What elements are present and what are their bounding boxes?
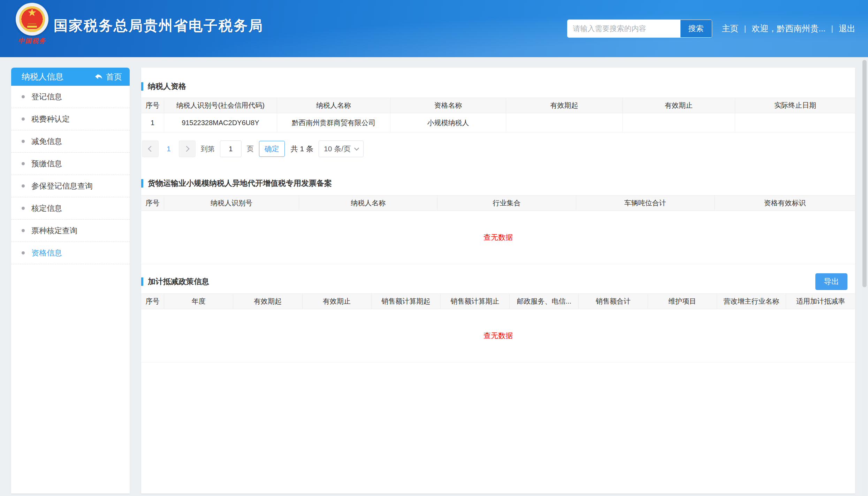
title-accent-bar xyxy=(141,179,143,188)
chevron-left-icon xyxy=(148,146,154,152)
bullet-icon xyxy=(22,184,25,188)
next-page-button[interactable] xyxy=(179,140,196,157)
section-title: 货物运输业小规模纳税人异地代开增值税专用发票备案 xyxy=(141,178,332,189)
bullet-icon xyxy=(22,140,25,143)
cell-valid-to xyxy=(622,113,735,132)
bullet-icon xyxy=(22,162,25,165)
prev-page-button[interactable] xyxy=(142,140,159,157)
chevron-down-icon xyxy=(354,146,359,151)
total-count: 共 1 条 xyxy=(291,144,313,154)
column-header: 适用加计抵减率 xyxy=(786,294,855,309)
column-header: 序号 xyxy=(141,294,164,309)
sidebar-item-invoice-type-query[interactable]: 票种核定查询 xyxy=(11,220,130,242)
table-row: 1 91522328MAC2DY6U8Y 黔西南州贵群商贸有限公司 小规模纳税人 xyxy=(141,113,855,132)
title-accent-bar xyxy=(141,82,143,91)
tax-emblem-logo: ★ 中国税务 xyxy=(12,3,52,45)
column-header: 纳税人名称 xyxy=(277,98,390,113)
top-nav: 主页 | 欢迎，黔西南州贵... | 退出 xyxy=(722,23,855,34)
sidebar-item-registration-info[interactable]: 登记信息 xyxy=(11,86,130,108)
column-header: 纳税人识别号(社会信用代码) xyxy=(164,98,277,113)
cell-taxpayer-id: 91522328MAC2DY6U8Y xyxy=(164,113,277,132)
section-title: 纳税人资格 xyxy=(141,81,186,92)
column-header: 销售额计算期止 xyxy=(440,294,509,309)
column-header: 营改增主行业名称 xyxy=(717,294,786,309)
logo-caption: 中国税务 xyxy=(12,37,52,45)
pagination: 1 到第 页 确定 共 1 条 10 条/页 xyxy=(142,141,855,157)
sidebar-home-back-link[interactable]: 首页 xyxy=(94,71,122,82)
cell-valid-from xyxy=(506,113,623,132)
nav-divider: | xyxy=(831,24,833,33)
column-header: 有效期止 xyxy=(622,98,735,113)
column-header: 资格名称 xyxy=(390,98,506,113)
cell-qualification-name: 小规模纳税人 xyxy=(390,113,506,132)
national-tax-emblem-icon: ★ xyxy=(16,3,48,36)
taxpayer-qualification-table: 序号 纳税人识别号(社会信用代码) 纳税人名称 资格名称 有效期起 有效期止 实… xyxy=(141,98,855,132)
page-size-select[interactable]: 10 条/页 xyxy=(319,140,364,157)
deduction-policy-empty-area: 查无数据 xyxy=(141,309,855,363)
freight-filing-table: 序号 纳税人识别号 纳税人名称 行业集合 车辆吨位合计 资格有效标识 xyxy=(141,195,855,211)
nav-logout-link[interactable]: 退出 xyxy=(839,23,855,34)
nav-divider: | xyxy=(744,24,746,33)
header-right: 搜索 主页 | 欢迎，黔西南州贵... | 退出 xyxy=(567,20,855,38)
sidebar-item-prepayment-info[interactable]: 预缴信息 xyxy=(11,153,130,175)
page-unit-label: 页 xyxy=(247,144,254,154)
scrollbar-track[interactable] xyxy=(862,58,867,496)
sidebar-item-tax-fee-determination[interactable]: 税费种认定 xyxy=(11,108,130,130)
column-header: 行业集合 xyxy=(437,196,576,211)
column-header: 有效期止 xyxy=(302,294,371,309)
column-header: 有效期起 xyxy=(506,98,623,113)
no-data-text: 查无数据 xyxy=(484,232,513,242)
section-deduction-policy-header: 加计抵减政策信息 导出 xyxy=(141,273,855,290)
sidebar-item-verification-info[interactable]: 核定信息 xyxy=(11,197,130,220)
cell-seq: 1 xyxy=(141,113,164,132)
column-header: 序号 xyxy=(141,98,164,113)
export-button[interactable]: 导出 xyxy=(815,273,847,290)
column-header: 纳税人名称 xyxy=(299,196,437,211)
section-taxpayer-qualification-header: 纳税人资格 xyxy=(141,78,855,95)
sidebar-home-label: 首页 xyxy=(106,71,122,82)
bullet-icon xyxy=(22,207,25,210)
page-title: 国家税务总局贵州省电子税务局 xyxy=(54,16,264,35)
bullet-icon xyxy=(22,251,25,254)
sidebar-item-insurance-registration-query[interactable]: 参保登记信息查询 xyxy=(11,175,130,197)
table-header-row: 序号 纳税人识别号(社会信用代码) 纳税人名称 资格名称 有效期起 有效期止 实… xyxy=(141,98,855,113)
app-header: ★ 中国税务 国家税务总局贵州省电子税务局 搜索 主页 | 欢迎，黔西南州贵..… xyxy=(0,0,868,57)
scrollbar-thumb[interactable] xyxy=(862,60,867,287)
nav-home-link[interactable]: 主页 xyxy=(722,23,739,34)
current-page-number[interactable]: 1 xyxy=(167,145,171,153)
search-group: 搜索 xyxy=(567,20,712,38)
title-accent-bar xyxy=(141,277,143,286)
page-size-value: 10 条/页 xyxy=(324,144,351,154)
sidebar-item-qualification-info[interactable]: 资格信息 xyxy=(11,242,130,264)
column-header: 维护项目 xyxy=(648,294,717,309)
section-freight-filing-header: 货物运输业小规模纳税人异地代开增值税专用发票备案 xyxy=(141,175,855,192)
search-button[interactable]: 搜索 xyxy=(680,20,712,37)
sidebar-header: 纳税人信息 首页 xyxy=(11,68,130,86)
nav-welcome-user[interactable]: 欢迎，黔西南州贵... xyxy=(752,23,825,34)
sidebar-panel: 纳税人信息 首页 登记信息 税费种认定 减免信息 预缴信息 参保登记信息查询 xyxy=(11,68,130,494)
bullet-icon xyxy=(22,229,25,232)
column-header: 有效期起 xyxy=(233,294,302,309)
confirm-button[interactable]: 确定 xyxy=(259,141,285,157)
sidebar-item-reduction-info[interactable]: 减免信息 xyxy=(11,130,130,153)
column-header: 资格有效标识 xyxy=(714,196,855,211)
goto-page-input[interactable] xyxy=(220,140,242,157)
main-panel: 纳税人资格 序号 纳税人识别号(社会信用代码) 纳税人名称 资格名称 有效期起 … xyxy=(141,68,855,494)
column-header: 年度 xyxy=(164,294,233,309)
freight-filing-empty-area: 查无数据 xyxy=(141,211,855,264)
column-header: 纳税人识别号 xyxy=(164,196,299,211)
deduction-policy-table: 序号 年度 有效期起 有效期止 销售额计算期起 销售额计算期止 邮政服务、电信.… xyxy=(141,293,855,309)
column-header: 销售额合计 xyxy=(579,294,648,309)
column-header: 邮政服务、电信... xyxy=(510,294,579,309)
sidebar-title: 纳税人信息 xyxy=(22,71,94,82)
star-icon: ★ xyxy=(28,7,37,18)
search-input[interactable] xyxy=(568,20,680,37)
table-header-row: 序号 年度 有效期起 有效期止 销售额计算期起 销售额计算期止 邮政服务、电信.… xyxy=(141,294,855,309)
no-data-text: 查无数据 xyxy=(484,331,513,341)
section-title: 加计抵减政策信息 xyxy=(141,276,209,287)
gate-icon xyxy=(27,26,37,28)
bullet-icon xyxy=(22,95,25,98)
column-header: 车辆吨位合计 xyxy=(576,196,714,211)
reply-arrow-icon xyxy=(94,73,103,81)
table-header-row: 序号 纳税人识别号 纳税人名称 行业集合 车辆吨位合计 资格有效标识 xyxy=(141,196,855,211)
